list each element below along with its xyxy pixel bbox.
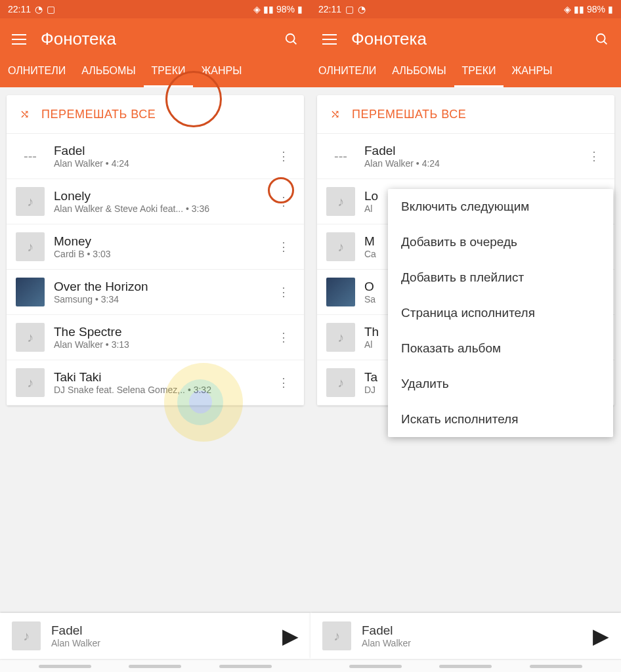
now-playing-bar[interactable]: ♪ Fadel Alan Walker ▶ bbox=[0, 613, 310, 659]
shuffle-all-button[interactable]: ⤭ ПЕРЕМЕШАТЬ ВСЕ bbox=[317, 95, 614, 134]
content: ⤭ ПЕРЕМЕШАТЬ ВСЕ --- Fadel Alan Walker •… bbox=[0, 87, 310, 672]
now-playing-artist: Alan Walker bbox=[362, 638, 582, 648]
status-icon: ◔ bbox=[358, 4, 366, 14]
track-row[interactable]: --- Fadel Alan Walker • 4:24 ⋮ bbox=[317, 134, 614, 179]
more-icon[interactable]: ⋮ bbox=[272, 237, 295, 257]
now-playing-bar[interactable]: ♪ Fadel Alan Walker ▶ bbox=[310, 613, 621, 659]
wifi-icon: ◈ bbox=[564, 4, 571, 14]
track-thumb: ♪ bbox=[326, 187, 355, 216]
tab-genres[interactable]: ЖАНРЫ bbox=[503, 56, 560, 87]
status-time: 22:11 bbox=[8, 4, 31, 14]
play-icon[interactable]: ▶ bbox=[593, 623, 609, 648]
more-icon[interactable]: ⋮ bbox=[272, 282, 295, 302]
android-navbar bbox=[0, 660, 310, 672]
track-thumb: ♪ bbox=[16, 323, 45, 352]
track-subtitle: Alan Walker & Steve Aoki feat... • 3:36 bbox=[54, 203, 263, 214]
play-icon[interactable]: ▶ bbox=[282, 623, 299, 648]
track-thumb: --- bbox=[326, 142, 355, 171]
track-subtitle: DJ Snake feat. Selena Gomez,.. • 3:32 bbox=[54, 385, 263, 395]
track-title: Over the Horizon bbox=[54, 280, 263, 294]
track-subtitle: Alan Walker • 3:13 bbox=[54, 339, 263, 350]
now-playing-artist: Alan Walker bbox=[51, 638, 272, 648]
tab-albums[interactable]: АЛЬБОМЫ bbox=[74, 56, 143, 87]
battery-icon: ▮ bbox=[297, 4, 303, 14]
track-thumb: ♪ bbox=[326, 323, 355, 352]
track-thumb bbox=[16, 278, 45, 306]
tab-artists[interactable]: ОЛНИТЕЛИ bbox=[310, 56, 384, 87]
track-subtitle: Alan Walker • 4:24 bbox=[54, 158, 263, 169]
track-title: Lonely bbox=[54, 189, 263, 203]
phone-right: 22:11 ▢ ◔ ◈ ▮▮ 98% ▮ Фонотека ОЛНИТЕЛИ А… bbox=[310, 0, 621, 672]
now-playing-thumb: ♪ bbox=[12, 621, 41, 650]
svg-point-0 bbox=[286, 33, 295, 42]
battery-text: 98% bbox=[276, 4, 295, 14]
track-title: Money bbox=[54, 234, 263, 249]
track-thumb: ♪ bbox=[16, 232, 45, 261]
track-title: Fadel bbox=[364, 144, 574, 158]
tab-genres[interactable]: ЖАНРЫ bbox=[193, 56, 249, 87]
more-icon[interactable]: ⋮ bbox=[272, 327, 295, 347]
tabs: ОЛНИТЕЛИ АЛЬБОМЫ ТРЕКИ ЖАНРЫ bbox=[310, 56, 621, 87]
app-header: Фонотека bbox=[0, 18, 310, 56]
track-thumb: --- bbox=[16, 142, 45, 171]
battery-icon: ▮ bbox=[608, 4, 613, 14]
track-title: Fadel bbox=[54, 144, 263, 158]
svg-point-2 bbox=[597, 33, 605, 42]
now-playing-title: Fadel bbox=[362, 623, 582, 638]
shuffle-label: ПЕРЕМЕШАТЬ ВСЕ bbox=[352, 108, 466, 121]
menu-item-delete[interactable]: Удалить bbox=[388, 366, 613, 402]
status-bar: 22:11 ◔ ▢ ◈ ▮▮ 98% ▮ bbox=[0, 0, 310, 18]
search-icon[interactable] bbox=[284, 32, 299, 47]
menu-item-search-artist[interactable]: Искать исполнителя bbox=[388, 402, 613, 437]
menu-item-show-album[interactable]: Показать альбом bbox=[388, 331, 613, 366]
app-header: Фонотека bbox=[310, 18, 621, 56]
status-icon: ◔ bbox=[35, 4, 43, 14]
signal-icon: ▮▮ bbox=[263, 4, 274, 14]
more-icon[interactable]: ⋮ bbox=[583, 146, 605, 166]
phone-left: 22:11 ◔ ▢ ◈ ▮▮ 98% ▮ Фонотека ОЛНИТЕЛИ А… bbox=[0, 0, 310, 672]
track-thumb: ♪ bbox=[16, 368, 45, 397]
track-subtitle: Alan Walker • 4:24 bbox=[364, 158, 574, 169]
track-row[interactable]: ♪ Taki Taki DJ Snake feat. Selena Gomez,… bbox=[7, 360, 304, 406]
context-menu: Включить следующим Добавить в очередь До… bbox=[388, 189, 613, 437]
track-row[interactable]: ♪ Lonely Alan Walker & Steve Aoki feat..… bbox=[7, 179, 304, 224]
menu-icon[interactable] bbox=[12, 34, 26, 45]
menu-item-add-playlist[interactable]: Добавить в плейлист bbox=[388, 260, 613, 295]
tab-albums[interactable]: АЛЬБОМЫ bbox=[384, 56, 454, 87]
track-title: Taki Taki bbox=[54, 370, 263, 385]
status-icon: ▢ bbox=[47, 4, 55, 14]
now-playing-title: Fadel bbox=[51, 623, 272, 638]
content: ⤭ ПЕРЕМЕШАТЬ ВСЕ --- Fadel Alan Walker •… bbox=[310, 87, 621, 672]
track-subtitle: Cardi B • 3:03 bbox=[54, 249, 263, 259]
menu-item-play-next[interactable]: Включить следующим bbox=[388, 189, 613, 224]
wifi-icon: ◈ bbox=[253, 4, 261, 14]
battery-text: 98% bbox=[587, 4, 605, 14]
track-row[interactable]: ♪ The Spectre Alan Walker • 3:13 ⋮ bbox=[7, 315, 304, 360]
tab-tracks[interactable]: ТРЕКИ bbox=[454, 56, 504, 87]
more-icon[interactable]: ⋮ bbox=[272, 146, 295, 166]
status-bar: 22:11 ▢ ◔ ◈ ▮▮ 98% ▮ bbox=[310, 0, 621, 18]
tab-artists[interactable]: ОЛНИТЕЛИ bbox=[0, 56, 74, 87]
shuffle-all-button[interactable]: ⤭ ПЕРЕМЕШАТЬ ВСЕ bbox=[7, 95, 304, 134]
menu-icon[interactable] bbox=[322, 34, 337, 45]
search-icon[interactable] bbox=[595, 32, 609, 47]
track-thumb bbox=[326, 278, 355, 306]
track-thumb: ♪ bbox=[326, 368, 355, 397]
track-row[interactable]: Over the Horizon Samsung • 3:34 ⋮ bbox=[7, 270, 304, 315]
track-row[interactable]: ♪ Money Cardi B • 3:03 ⋮ bbox=[7, 224, 304, 270]
now-playing-thumb: ♪ bbox=[322, 621, 351, 650]
android-navbar bbox=[310, 660, 621, 672]
track-thumb: ♪ bbox=[16, 187, 45, 216]
signal-icon: ▮▮ bbox=[574, 4, 584, 14]
menu-item-add-queue[interactable]: Добавить в очередь bbox=[388, 224, 613, 260]
more-icon[interactable]: ⋮ bbox=[272, 192, 295, 211]
track-row[interactable]: --- Fadel Alan Walker • 4:24 ⋮ bbox=[7, 134, 304, 179]
menu-item-artist-page[interactable]: Страница исполнителя bbox=[388, 295, 613, 331]
tab-tracks[interactable]: ТРЕКИ bbox=[144, 56, 194, 87]
track-thumb: ♪ bbox=[326, 232, 355, 261]
track-title: The Spectre bbox=[54, 325, 263, 339]
more-icon[interactable]: ⋮ bbox=[272, 373, 295, 392]
tabs: ОЛНИТЕЛИ АЛЬБОМЫ ТРЕКИ ЖАНРЫ bbox=[0, 56, 310, 87]
svg-line-1 bbox=[293, 41, 297, 44]
status-time: 22:11 bbox=[318, 4, 341, 14]
